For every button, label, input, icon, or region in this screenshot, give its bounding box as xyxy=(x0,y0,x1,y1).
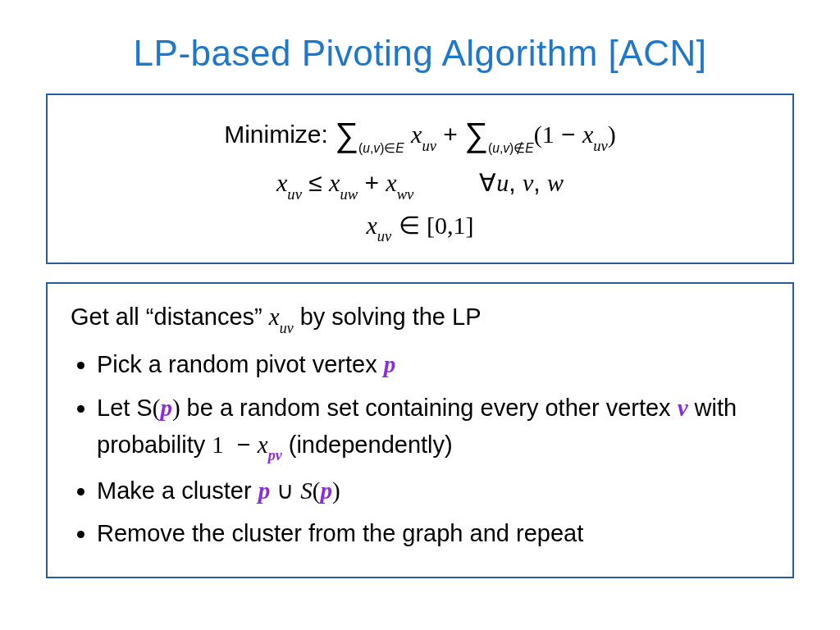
slide: LP-based Pivoting Algorithm [ACN] Minimi… xyxy=(0,0,840,630)
lp-constraint: xuv ≤ xuw + xwv∀u, v, w xyxy=(67,163,773,204)
lp-bounds: xuv ∈ [0,1] xyxy=(67,206,773,247)
slide-title: LP-based Pivoting Algorithm [ACN] xyxy=(46,33,794,74)
algorithm-intro: Get all “distances” xuv by solving the L… xyxy=(71,299,769,338)
algorithm-steps: Pick a random pivot vertex p Let S(p) be… xyxy=(71,346,769,552)
list-item: Let S(p) be a random set containing ever… xyxy=(97,390,769,466)
algorithm-box: Get all “distances” xuv by solving the L… xyxy=(46,282,794,578)
list-item: Pick a random pivot vertex p xyxy=(97,346,769,383)
minimize-label: Minimize: xyxy=(224,121,328,148)
objective-expression: ∑(u,v)∈E xuv + ∑(u,v)∉E(1 − xuv) xyxy=(335,121,616,148)
lp-formulation-box: Minimize: ∑(u,v)∈E xuv + ∑(u,v)∉E(1 − xu… xyxy=(46,94,794,264)
list-item: Remove the cluster from the graph and re… xyxy=(97,515,769,552)
list-item: Make a cluster p ∪ S(p) xyxy=(97,472,769,509)
lp-objective: Minimize: ∑(u,v)∈E xuv + ∑(u,v)∉E(1 − xu… xyxy=(67,108,773,162)
